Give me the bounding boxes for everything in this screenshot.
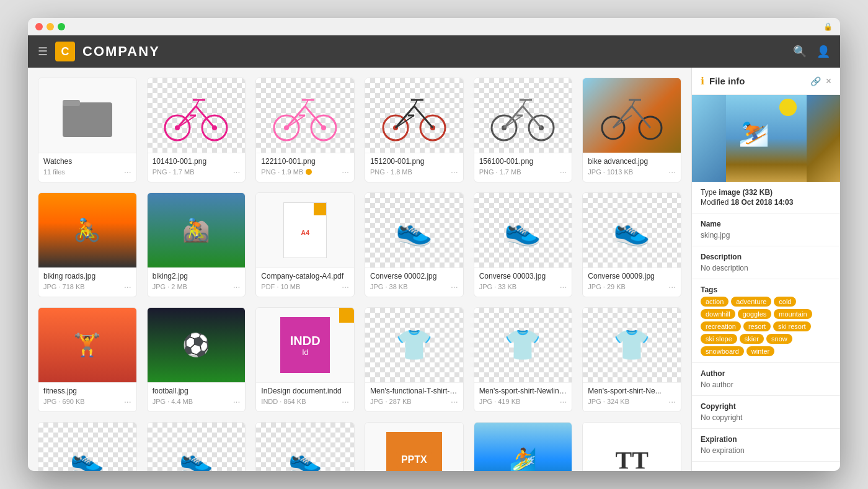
tag[interactable]: ski slope bbox=[701, 334, 737, 344]
list-item[interactable]: 🏄 riding the wave.jpg JPG · 1003 KB ··· bbox=[474, 422, 573, 471]
tag[interactable]: mountain bbox=[774, 309, 812, 319]
svg-line-38 bbox=[523, 106, 541, 128]
panel-author-section: Author No author bbox=[692, 363, 840, 396]
file-meta: JPG · 4.4 MB ··· bbox=[153, 397, 241, 406]
tag[interactable]: snow bbox=[766, 334, 792, 344]
list-item[interactable]: 👟 Converse 00009.jpg JPG · 29 KB ··· bbox=[582, 192, 681, 297]
more-menu-button[interactable]: ··· bbox=[451, 282, 458, 292]
file-meta: PNG · 1.7 MB ··· bbox=[153, 167, 241, 177]
indd-label: INDD bbox=[290, 334, 321, 348]
list-item[interactable]: 🚴 biking roads.jpg JPG · 718 KB ··· bbox=[38, 192, 137, 297]
list-item[interactable]: 👟 Converse 00003.jpg JPG · 33 KB ··· bbox=[474, 192, 573, 297]
tag[interactable]: action bbox=[701, 297, 728, 307]
list-item[interactable]: 👕 Men's-sport-shirt-Newline bl... JPG · … bbox=[474, 307, 573, 412]
list-item[interactable]: INDD Id InDesign document.indd INDD · 86… bbox=[255, 307, 355, 412]
list-item[interactable]: 👕 Men's-sport-shirt-Ne... JPG · 324 KB ·… bbox=[582, 307, 681, 412]
titlebar: 🔒 bbox=[28, 18, 840, 35]
list-item[interactable]: 🏋️ fitness.jpg JPG · 690 KB ··· bbox=[38, 307, 137, 412]
info-icon: ℹ bbox=[701, 75, 704, 87]
file-name: 122110-001.png bbox=[261, 157, 349, 166]
more-menu-button[interactable]: ··· bbox=[342, 282, 349, 292]
list-item[interactable]: A4 Company-catalog-A4.pdf PDF · 10 MB ··… bbox=[255, 192, 355, 297]
file-meta: PNG · 1.8 MB ··· bbox=[370, 167, 458, 177]
more-menu-button[interactable]: ··· bbox=[233, 282, 241, 292]
user-icon[interactable]: 👤 bbox=[817, 45, 830, 58]
panel-copyright-section: Copyright No copyright bbox=[692, 396, 840, 429]
more-menu-button[interactable]: ··· bbox=[124, 397, 131, 406]
file-preview-image: ⛷️ bbox=[692, 95, 840, 182]
file-thumb: 👟 bbox=[365, 193, 463, 267]
tag[interactable]: recreation bbox=[701, 321, 741, 331]
file-name: Men's-sport-shirt-Ne... bbox=[588, 387, 676, 395]
tag[interactable]: cold bbox=[774, 297, 796, 307]
more-menu-button[interactable]: ··· bbox=[124, 167, 131, 177]
file-meta: JPG · 29 KB ··· bbox=[588, 282, 676, 292]
list-item[interactable]: 151200-001.png PNG · 1.8 MB ··· bbox=[365, 78, 464, 182]
close-button[interactable] bbox=[35, 23, 43, 30]
list-item[interactable]: 122110-001.png PNG · 1.9 MB ··· bbox=[255, 78, 355, 182]
more-menu-button[interactable]: ··· bbox=[560, 282, 567, 292]
file-name: bike advanced.jpg bbox=[588, 157, 676, 166]
svg-line-18 bbox=[305, 106, 324, 128]
more-menu-button[interactable]: ··· bbox=[342, 167, 349, 177]
more-menu-button[interactable]: ··· bbox=[668, 397, 676, 406]
list-item[interactable]: 🚵 biking2.jpg JPG · 2 MB ··· bbox=[147, 192, 246, 297]
file-thumb bbox=[148, 78, 246, 153]
tag[interactable]: skier bbox=[740, 334, 764, 344]
list-item[interactable]: 👟 Converse 00002.jpg JPG · 38 KB ··· bbox=[365, 192, 464, 297]
more-menu-button[interactable]: ··· bbox=[668, 282, 676, 292]
list-item[interactable]: TT Roboto-Regular.ttf TTF · 168 KB ··· bbox=[582, 422, 681, 471]
list-item[interactable]: Watches 11 files ··· bbox=[38, 78, 137, 182]
tag[interactable]: downhill bbox=[701, 309, 735, 319]
file-name: Men's-functional-T-shirt-Bru... bbox=[370, 387, 458, 395]
tag[interactable]: resort bbox=[743, 321, 771, 331]
list-item[interactable]: 👟 Nike Trainers 00010.png PNG · 818 KB ·… bbox=[147, 422, 246, 471]
list-item[interactable]: 101410-001.png PNG · 1.7 MB ··· bbox=[147, 78, 246, 182]
file-name: 151200-001.png bbox=[370, 157, 458, 166]
list-item[interactable]: 156100-001.png PNG · 1.7 MB ··· bbox=[474, 78, 573, 182]
author-value: No author bbox=[701, 380, 831, 389]
bike-image bbox=[271, 87, 339, 143]
name-label: Name bbox=[701, 220, 831, 228]
tag[interactable]: ski resort bbox=[773, 321, 811, 331]
tag[interactable]: goggles bbox=[738, 309, 772, 319]
list-item[interactable]: 👕 Men's-functional-T-shirt-Bru... JPG · … bbox=[365, 307, 464, 412]
tag[interactable]: winter bbox=[746, 346, 774, 356]
file-name: Converse 00003.jpg bbox=[479, 272, 567, 280]
more-menu-button[interactable]: ··· bbox=[560, 167, 567, 177]
maximize-button[interactable] bbox=[58, 23, 65, 30]
file-thumb: 👕 bbox=[583, 308, 681, 382]
close-panel-button[interactable]: × bbox=[826, 76, 831, 87]
file-name: biking2.jpg bbox=[153, 272, 241, 280]
hamburger-icon[interactable]: ☰ bbox=[38, 45, 48, 58]
more-menu-button[interactable]: ··· bbox=[342, 397, 349, 406]
list-item[interactable]: PPTX Power Point Presentation.p... PPTX … bbox=[365, 422, 464, 471]
list-item[interactable]: bike advanced.jpg JPG · 1013 KB ··· bbox=[582, 78, 681, 182]
file-thumb: 👟 bbox=[474, 193, 572, 267]
list-item[interactable]: ⚽ football.jpg JPG · 4.4 MB ··· bbox=[147, 307, 246, 412]
description-label: Description bbox=[701, 253, 831, 261]
more-menu-button[interactable]: ··· bbox=[124, 282, 131, 292]
panel-file-meta: Type image (332 KB) Modified 18 Oct 2018… bbox=[692, 182, 840, 213]
panel-expiration-section: Expiration No expiration bbox=[692, 429, 840, 462]
more-menu-button[interactable]: ··· bbox=[233, 397, 241, 406]
description-value: No description bbox=[701, 264, 831, 272]
file-info-panel: ℹ File info 🔗 × bbox=[691, 68, 840, 471]
more-menu-button[interactable]: ··· bbox=[668, 167, 676, 177]
file-thumb: A4 bbox=[256, 193, 354, 267]
more-menu-button[interactable]: ··· bbox=[233, 167, 241, 177]
list-item[interactable]: 👟 Nike Trainers 00008.jpg JPG · 51 KB ··… bbox=[38, 422, 137, 471]
file-thumb: TT bbox=[583, 423, 681, 471]
more-menu-button[interactable]: ··· bbox=[451, 397, 458, 406]
minimize-button[interactable] bbox=[46, 23, 54, 30]
file-thumb: 👕 bbox=[474, 308, 572, 382]
tag[interactable]: adventure bbox=[731, 297, 771, 307]
search-icon[interactable]: 🔍 bbox=[793, 45, 807, 58]
file-name: Watches bbox=[43, 157, 131, 166]
more-menu-button[interactable]: ··· bbox=[560, 397, 567, 406]
tag[interactable]: snowboard bbox=[701, 346, 744, 356]
more-menu-button[interactable]: ··· bbox=[451, 167, 458, 177]
file-grid-area[interactable]: Watches 11 files ··· bbox=[28, 68, 691, 471]
list-item[interactable]: 👟 Nike Trainers 00012.png PNG · 2.3 MB ·… bbox=[255, 422, 355, 471]
link-icon[interactable]: 🔗 bbox=[810, 76, 821, 86]
